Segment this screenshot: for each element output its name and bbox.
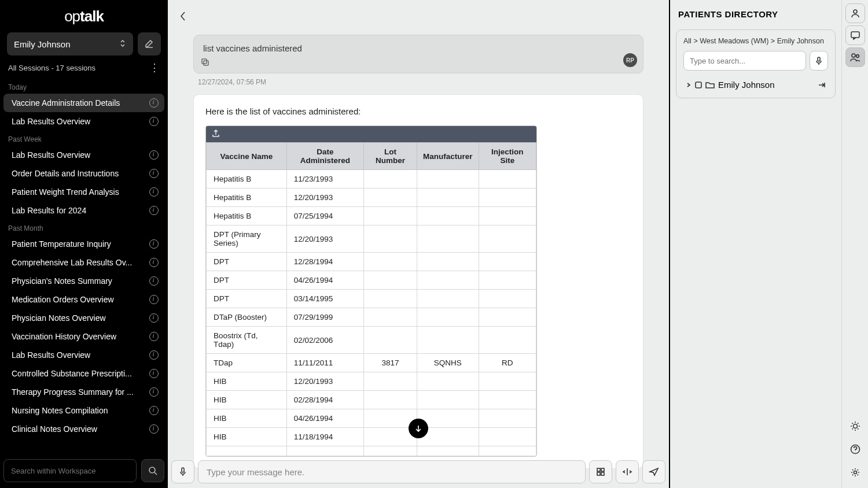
tree-item[interactable]: Emily Johnson xyxy=(683,76,828,93)
session-item[interactable]: Nursing Notes Compilation xyxy=(3,401,164,420)
directory-search-input[interactable] xyxy=(683,51,806,71)
back-button[interactable] xyxy=(176,9,190,23)
session-title: Vaccination History Overview xyxy=(12,332,116,341)
table-cell: Boostrix (Td, Tdap) xyxy=(207,327,287,354)
info-icon[interactable] xyxy=(149,369,159,378)
table-cell xyxy=(479,372,536,391)
rail-patients-button[interactable] xyxy=(845,47,865,67)
session-item[interactable]: Patient Temperature Inquiry xyxy=(3,235,164,253)
info-icon[interactable] xyxy=(149,187,159,197)
table-row: HIB04/26/1994 xyxy=(207,409,536,428)
info-icon[interactable] xyxy=(149,150,159,160)
scroll-down-button[interactable] xyxy=(409,419,428,438)
table-cell xyxy=(364,271,417,290)
info-icon[interactable] xyxy=(149,206,159,215)
info-icon[interactable] xyxy=(149,276,159,286)
table-cell: 12/28/1994 xyxy=(286,253,363,271)
info-icon[interactable] xyxy=(149,350,159,360)
chevron-right-icon xyxy=(686,82,692,88)
info-icon[interactable] xyxy=(149,98,159,108)
table-cell xyxy=(479,207,536,225)
session-item[interactable]: Patient Weight Trend Analysis xyxy=(3,183,164,201)
crumb-all[interactable]: All xyxy=(683,37,692,45)
table-cell xyxy=(364,327,417,354)
table-cell xyxy=(364,188,417,207)
table-cell: 12/20/1993 xyxy=(286,372,363,391)
info-icon[interactable] xyxy=(149,169,159,178)
rail-help-button[interactable] xyxy=(845,439,865,459)
goto-icon[interactable] xyxy=(818,82,826,88)
sun-icon xyxy=(850,421,860,431)
session-item[interactable]: Vaccination History Overview xyxy=(3,327,164,346)
session-item[interactable]: Order Details and Instructions xyxy=(3,164,164,183)
session-item[interactable]: Vaccine Administration Details xyxy=(3,94,164,112)
breadcrumb[interactable]: All > West Meadows (WM) > Emily Johnson xyxy=(683,37,828,45)
table-cell xyxy=(417,446,479,456)
session-item[interactable]: Physician Notes Overview xyxy=(3,309,164,327)
workspace-selector[interactable]: Emily Johnson xyxy=(7,32,133,56)
info-icon[interactable] xyxy=(149,239,159,249)
session-item[interactable]: Lab Results Overview xyxy=(3,146,164,164)
rail-theme-button[interactable] xyxy=(845,416,865,436)
info-icon[interactable] xyxy=(149,424,159,434)
copy-button[interactable] xyxy=(201,58,209,68)
table-cell: 3817 xyxy=(364,354,417,372)
split-button[interactable] xyxy=(616,460,639,483)
session-item[interactable]: Medication Orders Overview xyxy=(3,290,164,309)
sidebar-search-button[interactable] xyxy=(141,459,164,482)
sidebar-search-input[interactable] xyxy=(3,459,137,482)
right-panel: PATIENTS DIRECTORY All > West Meadows (W… xyxy=(669,0,841,488)
assistant-message: Here is the list of vaccines administere… xyxy=(193,94,643,469)
info-icon[interactable] xyxy=(149,406,159,415)
chat-icon xyxy=(850,30,860,40)
table-cell xyxy=(207,446,287,456)
user-message: list vaccines administered RP xyxy=(193,35,643,73)
compose-button[interactable] xyxy=(138,32,161,56)
apps-button[interactable] xyxy=(589,460,612,483)
info-icon[interactable] xyxy=(149,332,159,341)
session-item[interactable]: Therapy Progress Summary for ... xyxy=(3,383,164,401)
assistant-message-text: Here is the list of vaccines administere… xyxy=(205,106,631,116)
mic-icon xyxy=(815,56,822,65)
info-icon[interactable] xyxy=(149,313,159,323)
rail-profile-button[interactable] xyxy=(845,3,865,23)
right-panel-title: PATIENTS DIRECTORY xyxy=(678,9,833,19)
svg-point-13 xyxy=(856,55,859,58)
crumb-patient[interactable]: Emily Johnson xyxy=(777,37,824,45)
info-icon[interactable] xyxy=(149,117,159,126)
session-item[interactable]: Clinical Notes Overview xyxy=(3,420,164,438)
session-item[interactable]: Physician's Notes Summary xyxy=(3,272,164,290)
table-row: HIB11/18/1994 xyxy=(207,428,536,446)
message-input[interactable]: Type your message here. xyxy=(198,460,586,483)
session-item[interactable]: Controlled Substance Prescripti... xyxy=(3,364,164,383)
session-item[interactable]: Lab Results Overview xyxy=(3,112,164,131)
mic-button[interactable] xyxy=(171,460,194,483)
export-button[interactable] xyxy=(212,129,220,139)
session-item[interactable]: Lab Results Overview xyxy=(3,346,164,364)
table-toolbar xyxy=(206,126,536,142)
table-header: Lot Number xyxy=(364,143,417,170)
rail-settings-button[interactable] xyxy=(845,463,865,482)
sessions-menu-button[interactable]: ⋮ xyxy=(149,61,160,74)
brand-logo: optalk xyxy=(0,0,168,32)
table-cell xyxy=(417,253,479,271)
table-row: Hepatitis B07/25/1994 xyxy=(207,207,536,225)
chevron-left-icon xyxy=(179,11,186,21)
main-area: list vaccines administered RP 12/27/2024… xyxy=(168,0,669,488)
table-cell: 12/20/1993 xyxy=(286,225,363,253)
session-title: Medication Orders Overview xyxy=(12,295,114,304)
table-header: Injection Site xyxy=(479,143,536,170)
session-item[interactable]: Lab Results for 2024 xyxy=(3,201,164,220)
checkbox-icon[interactable] xyxy=(695,82,702,88)
crumb-location[interactable]: West Meadows (WM) xyxy=(700,37,768,45)
session-item[interactable]: Comprehensive Lab Results Ov... xyxy=(3,253,164,272)
rail-chat-button[interactable] xyxy=(845,25,865,45)
svg-point-10 xyxy=(854,10,857,13)
send-icon xyxy=(649,467,659,476)
info-icon[interactable] xyxy=(149,295,159,304)
info-icon[interactable] xyxy=(149,387,159,397)
info-icon[interactable] xyxy=(149,258,159,267)
directory-mic-button[interactable] xyxy=(810,51,828,71)
send-button[interactable] xyxy=(642,460,665,483)
table-cell xyxy=(479,428,536,446)
